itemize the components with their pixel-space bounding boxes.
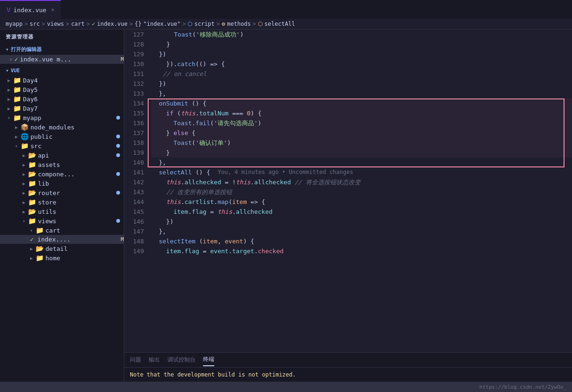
terminal-content: Note that the development build is not o… — [124, 368, 572, 382]
sidebar-item-api[interactable]: ▶ 📂 api — [0, 151, 124, 160]
sidebar-item-components[interactable]: ▶ 📂 compone... — [0, 169, 124, 179]
sidebar-item-views[interactable]: ▾ 📁 views — [0, 216, 124, 226]
chevron-right-icon: ▶ — [23, 172, 25, 177]
chevron-right-icon: ▶ — [23, 153, 25, 158]
code-line-140: }, — [151, 158, 572, 167]
folder-icon: 📁 — [36, 226, 44, 234]
tab-output[interactable]: 输出 — [149, 354, 160, 366]
git-blame: You, 4 minutes ago • Uncommitted changes — [218, 167, 353, 177]
editor-tab[interactable]: V index.vue × — [0, 0, 61, 19]
sidebar-item-lib[interactable]: ▶ 📁 lib — [0, 179, 124, 188]
item-label: Day4 — [23, 77, 124, 84]
breadcrumb-methods-icon: ⚙ — [222, 21, 225, 27]
tab-bar: V index.vue × — [0, 0, 572, 19]
code-line-143: // 改变所有的单选按钮 — [151, 187, 572, 197]
chevron-right-icon: ▶ — [30, 246, 33, 251]
sidebar-item-utils[interactable]: ▶ 📂 utils — [0, 207, 124, 216]
chevron-right-icon: ▶ — [23, 181, 25, 186]
folder-icon: 📁 — [28, 198, 36, 206]
item-label: home — [45, 255, 124, 262]
modified-badge: M — [120, 56, 124, 62]
chevron-down-icon: ▾ — [30, 228, 33, 233]
sidebar-item-detail[interactable]: ▶ 📂 detail — [0, 244, 124, 253]
item-label: compone... — [38, 171, 114, 178]
item-label: detail — [45, 245, 124, 252]
sidebar-item-public[interactable]: ▶ 🌐 public — [0, 132, 124, 141]
item-label: Day7 — [23, 105, 124, 112]
line-numbers: 127 128 129 130 131 132 133 134 135 136 … — [124, 30, 148, 352]
sidebar-item-store[interactable]: ▶ 📁 store — [0, 197, 124, 207]
vue-tab-icon: ✓ — [30, 236, 34, 243]
item-label: public — [30, 133, 114, 140]
dot-indicator — [116, 153, 120, 157]
sidebar-item-src[interactable]: ▾ 📁 src — [0, 141, 124, 151]
sidebar-item-router[interactable]: ▶ 📂 router — [0, 188, 124, 197]
code-line-130: }).catch(() => { — [151, 59, 572, 69]
code-line-127: Toast('移除商品成功') — [151, 30, 572, 39]
item-label: myapp — [23, 114, 114, 121]
sidebar-item-cart[interactable]: ▾ 📁 cart — [0, 226, 124, 235]
item-label: utils — [38, 208, 124, 215]
editor: 127 128 129 130 131 132 133 134 135 136 … — [124, 30, 572, 382]
sidebar-item-home[interactable]: ▶ 📁 home — [0, 253, 124, 263]
code-line-147: }, — [151, 226, 572, 236]
item-label: router — [38, 189, 114, 196]
sidebar-item-day4[interactable]: ▶ 📁 Day4 — [0, 75, 124, 85]
status-bar: https://blog.csdn.net/ZywOo_ — [0, 382, 572, 392]
modified-badge: M — [120, 236, 124, 242]
status-url: https://blog.csdn.net/ZywOo_ — [480, 384, 566, 390]
tab-terminal[interactable]: 终端 — [203, 354, 214, 366]
chevron-right-icon: ▶ — [15, 134, 18, 139]
code-line-142: this.allchecked = !this.allchecked // 将全… — [151, 177, 572, 187]
dot-indicator — [116, 144, 120, 148]
sidebar-item-assets[interactable]: ▶ 📁 assets — [0, 160, 124, 169]
code-line-134: onSubmit () { — [151, 98, 572, 108]
vue-file-icon: ✓ — [15, 56, 18, 63]
open-file-item[interactable]: ✕ ✓ index.vue m... M — [0, 55, 124, 64]
folder-icon: 📂 — [28, 189, 36, 196]
chevron-right-icon: ▶ — [23, 209, 25, 214]
tab-issues[interactable]: 问题 — [130, 354, 141, 366]
chevron-down-icon: ▾ — [23, 219, 25, 224]
folder-icon: 📁 — [13, 76, 21, 84]
code-line-146: }) — [151, 217, 572, 226]
code-content: Toast('移除商品成功') } }) }).catch(() => { — [148, 30, 572, 352]
sidebar-item-myapp[interactable]: ▾ 📁 myapp — [0, 113, 124, 122]
sidebar-title: 资源管理器 — [0, 30, 124, 44]
item-label: cart — [45, 227, 124, 234]
breadcrumb-vue-icon: ✓ — [92, 21, 95, 27]
sidebar-item-day6[interactable]: ▶ 📁 Day6 — [0, 94, 124, 104]
code-line-136: Toast.fail('请先勾选商品') — [151, 118, 572, 128]
folder-icon: 📂 — [36, 245, 44, 252]
main-area: 资源管理器 ▾ 打开的编辑器 ✕ ✓ index.vue m... M ▾ VU… — [0, 30, 572, 382]
breadcrumb-fn-icon: ⬡ — [258, 21, 263, 27]
tab-debug[interactable]: 调试控制台 — [167, 354, 196, 366]
bottom-tab-bar: 问题 输出 调试控制台 终端 — [124, 353, 572, 368]
code-area[interactable]: 127 128 129 130 131 132 133 134 135 136 … — [124, 30, 572, 352]
sidebar-item-node-modules[interactable]: ▶ 📦 node_modules — [0, 122, 124, 132]
chevron-right-icon: ▶ — [30, 256, 33, 261]
code-line-144: this.cartlist.map(item => { — [151, 197, 572, 207]
chevron-right-icon: ▶ — [8, 106, 10, 111]
folder-icon: 📁 — [21, 142, 29, 150]
item-label: api — [38, 152, 114, 159]
folder-icon: 📁 — [13, 114, 21, 121]
sidebar-item-day7[interactable]: ▶ 📁 Day7 — [0, 104, 124, 113]
tab-close-btn[interactable]: × — [51, 7, 54, 13]
sidebar-item-day5[interactable]: ▶ 📁 Day5 — [0, 85, 124, 94]
close-icon[interactable]: ✕ — [9, 56, 13, 62]
chevron-right-icon: ▶ — [8, 97, 10, 102]
chevron-down-icon-vue: ▾ — [6, 68, 9, 74]
item-label: store — [38, 199, 124, 206]
breadcrumb: myapp > src > views > cart > ✓ index.vue… — [0, 19, 572, 30]
breadcrumb-script-icon: ⬡ — [188, 21, 192, 27]
folder-icon: 📂 — [28, 170, 36, 178]
open-file-label: index.vue m... — [20, 56, 117, 63]
folder-icon: 📦 — [21, 123, 29, 131]
chevron-down-icon: ▾ — [6, 46, 9, 53]
tab-label: index.vue — [13, 7, 46, 14]
item-label: assets — [38, 161, 124, 168]
code-line-137: } else { — [151, 128, 572, 138]
sidebar-item-index-vue[interactable]: ✓ index.... M — [0, 235, 124, 244]
terminal-text: Note that the development build is not o… — [130, 371, 296, 378]
